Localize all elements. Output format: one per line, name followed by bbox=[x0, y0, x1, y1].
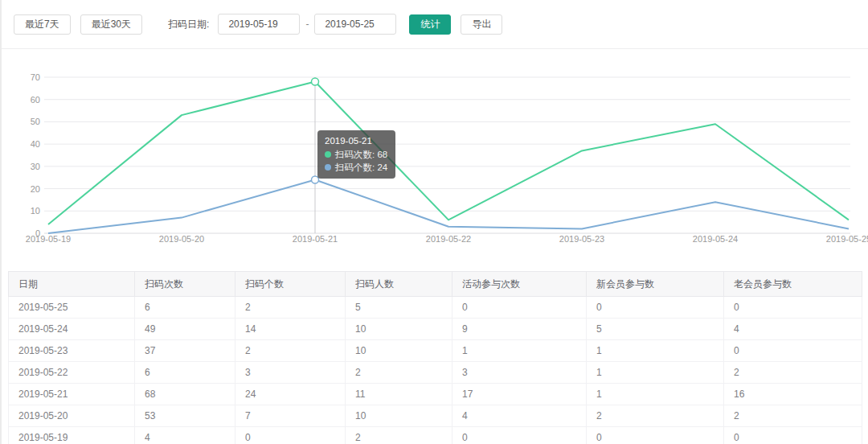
table-cell: 2019-05-20 bbox=[9, 405, 135, 427]
last-30-days-button[interactable]: 最近30天 bbox=[80, 14, 142, 35]
table-row: 2019-05-22632312 bbox=[9, 362, 862, 384]
x-axis-label: 2019-05-25 bbox=[826, 234, 868, 244]
table-cell: 10 bbox=[346, 340, 452, 362]
table-cell: 2019-05-23 bbox=[9, 340, 135, 362]
table-cell: 11 bbox=[346, 384, 452, 405]
table-cell: 0 bbox=[452, 297, 587, 319]
table-cell: 2019-05-24 bbox=[9, 319, 135, 340]
table-cell: 4 bbox=[724, 319, 862, 340]
table-cell: 1 bbox=[587, 362, 724, 384]
column-header: 扫码个数 bbox=[235, 272, 346, 297]
table-cell: 4 bbox=[135, 427, 235, 444]
scan-trend-chart[interactable]: 0102030405060702019-05-192019-05-202019-… bbox=[2, 68, 868, 257]
table-cell: 1 bbox=[587, 384, 724, 405]
table-row: 2019-05-2053710422 bbox=[9, 405, 862, 427]
table-cell: 2019-05-22 bbox=[9, 362, 135, 384]
column-header: 扫码次数 bbox=[135, 272, 235, 297]
table-cell: 7 bbox=[235, 405, 346, 427]
table-row: 2019-05-2337210110 bbox=[9, 340, 862, 362]
table-cell: 10 bbox=[346, 319, 452, 340]
table-cell: 9 bbox=[452, 319, 587, 340]
table-cell: 24 bbox=[235, 384, 346, 405]
table-row: 2019-05-19402000 bbox=[9, 427, 862, 444]
stats-table-wrap: 日期扫码次数扫码个数扫码人数活动参与次数新会员参与数老会员参与数 2019-05… bbox=[8, 271, 862, 444]
x-axis-label: 2019-05-20 bbox=[159, 234, 204, 244]
table-cell: 3 bbox=[235, 362, 346, 384]
y-axis-tick-label: 50 bbox=[31, 117, 40, 126]
table-cell: 2 bbox=[724, 362, 862, 384]
table-cell: 1 bbox=[587, 340, 724, 362]
table-cell: 6 bbox=[135, 362, 235, 384]
y-axis-tick-label: 10 bbox=[31, 206, 40, 216]
table-cell: 2 bbox=[724, 405, 862, 427]
y-axis-tick-label: 70 bbox=[31, 72, 40, 82]
table-cell: 0 bbox=[587, 427, 724, 444]
chart-canvas[interactable]: 0102030405060702019-05-192019-05-202019-… bbox=[2, 68, 868, 257]
table-cell: 3 bbox=[452, 362, 587, 384]
table-cell: 0 bbox=[724, 427, 862, 444]
x-axis-label: 2019-05-24 bbox=[693, 234, 738, 244]
table-cell: 5 bbox=[587, 319, 724, 340]
table-cell: 0 bbox=[235, 427, 346, 444]
y-axis-tick-label: 30 bbox=[31, 162, 40, 171]
y-axis-tick-label: 40 bbox=[31, 139, 40, 149]
table-cell: 5 bbox=[346, 297, 452, 319]
x-axis-label: 2019-05-21 bbox=[293, 234, 338, 244]
table-cell: 14 bbox=[235, 319, 346, 340]
start-date-input[interactable] bbox=[218, 14, 300, 35]
column-header: 活动参与次数 bbox=[452, 272, 587, 297]
column-header: 老会员参与数 bbox=[724, 272, 862, 297]
filter-toolbar: 最近7天 最近30天 扫码日期: - 统计 导出 bbox=[2, 0, 868, 49]
table-row: 2019-05-24491410954 bbox=[9, 319, 862, 340]
table-cell: 0 bbox=[724, 340, 862, 362]
table-cell: 2019-05-25 bbox=[9, 297, 135, 319]
table-cell: 0 bbox=[587, 297, 724, 319]
table-cell: 6 bbox=[135, 297, 235, 319]
table-cell: 0 bbox=[724, 297, 862, 319]
table-cell: 0 bbox=[452, 427, 587, 444]
table-cell: 2019-05-21 bbox=[9, 384, 135, 405]
series-line-0 bbox=[48, 82, 849, 224]
y-axis-tick-label: 20 bbox=[31, 184, 40, 194]
table-cell: 68 bbox=[135, 384, 235, 405]
table-cell: 1 bbox=[452, 340, 587, 362]
series-line-1 bbox=[48, 179, 849, 233]
table-cell: 2 bbox=[346, 362, 452, 384]
y-axis-tick-label: 60 bbox=[31, 95, 40, 105]
last-7-days-button[interactable]: 最近7天 bbox=[14, 14, 71, 35]
x-axis-label: 2019-05-23 bbox=[559, 234, 604, 244]
statistics-button[interactable]: 统计 bbox=[409, 14, 451, 35]
table-cell: 53 bbox=[135, 405, 235, 427]
stats-table: 日期扫码次数扫码个数扫码人数活动参与次数新会员参与数老会员参与数 2019-05… bbox=[8, 271, 862, 444]
export-button[interactable]: 导出 bbox=[461, 14, 502, 35]
table-cell: 2 bbox=[235, 340, 346, 362]
table-cell: 4 bbox=[452, 405, 587, 427]
table-row: 2019-05-2168241117116 bbox=[9, 384, 862, 405]
table-cell: 2 bbox=[235, 297, 346, 319]
analytics-page: 最近7天 最近30天 扫码日期: - 统计 导出 010203040506070… bbox=[0, 0, 868, 444]
table-header-row: 日期扫码次数扫码个数扫码人数活动参与次数新会员参与数老会员参与数 bbox=[9, 272, 862, 297]
table-cell: 2019-05-19 bbox=[9, 427, 135, 444]
end-date-input[interactable] bbox=[314, 14, 396, 35]
x-axis-label: 2019-05-19 bbox=[26, 234, 71, 244]
table-cell: 10 bbox=[346, 405, 452, 427]
column-header: 扫码人数 bbox=[346, 272, 452, 297]
table-cell: 49 bbox=[135, 319, 235, 340]
table-cell: 2 bbox=[587, 405, 724, 427]
date-range-separator: - bbox=[305, 18, 309, 30]
table-body: 2019-05-256250002019-05-244914109542019-… bbox=[9, 297, 862, 444]
table-cell: 16 bbox=[724, 384, 862, 405]
column-header: 新会员参与数 bbox=[587, 272, 724, 297]
table-cell: 2 bbox=[346, 427, 452, 444]
column-header: 日期 bbox=[9, 272, 135, 297]
hover-marker-1 bbox=[312, 176, 319, 183]
x-axis-label: 2019-05-22 bbox=[426, 234, 471, 244]
table-cell: 37 bbox=[135, 340, 235, 362]
table-row: 2019-05-25625000 bbox=[9, 297, 862, 319]
scan-date-label: 扫码日期: bbox=[168, 18, 209, 31]
table-cell: 17 bbox=[452, 384, 587, 405]
hover-marker-0 bbox=[312, 78, 319, 85]
